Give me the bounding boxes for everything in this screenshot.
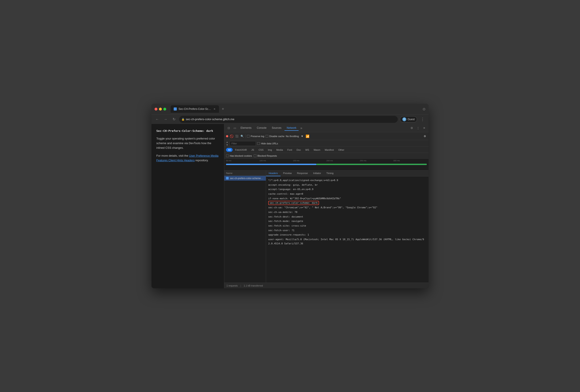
new-tab-button[interactable]: +: [220, 106, 226, 112]
devtools-close-icon[interactable]: ✕: [422, 125, 427, 131]
forward-button[interactable]: →: [162, 116, 169, 122]
page-para-1: Toggle your operating system's preferred…: [156, 136, 219, 150]
tab-sources[interactable]: Sources: [270, 125, 284, 131]
header-line-4: if-none-match: W/"392-B+pCtpzl+pyWUSHMRn…: [268, 196, 426, 201]
type-font-button[interactable]: Font: [285, 148, 294, 152]
headers-content: */*;q=0.8,application/signed-exchange;v=…: [266, 177, 429, 248]
upload-icon: ▲: [226, 141, 228, 143]
timeline-ruler: 50 ms 100 ms 150 ms 200 ms 250 ms 300 ms: [224, 159, 429, 162]
blocked-requests-checkbox[interactable]: [254, 154, 256, 157]
clear-button[interactable]: 🚫: [230, 134, 234, 138]
detail-tab-response[interactable]: Response: [294, 171, 311, 176]
device-mode-icon[interactable]: ▭: [232, 125, 237, 131]
minimize-button[interactable]: [159, 108, 162, 110]
profile-label: Guest: [408, 118, 415, 121]
timeline-bar-area: [226, 162, 427, 167]
disable-cache-label[interactable]: Disable cache: [266, 135, 285, 138]
preserve-log-checkbox[interactable]: [247, 135, 250, 138]
disable-cache-text: Disable cache: [269, 135, 285, 138]
hide-data-urls-text: Hide data URLs: [261, 142, 278, 145]
download-icon: ▼: [226, 144, 228, 146]
header-line-0: */*;q=0.8,application/signed-exchange;v=…: [268, 178, 426, 183]
timeline-bar-blue: [226, 164, 316, 165]
network-split: Name sec-ch-prefers-color-scheme… Header…: [224, 171, 429, 283]
type-media-button[interactable]: Media: [274, 148, 285, 152]
request-name: sec-ch-prefers-color-scheme…: [230, 177, 264, 180]
profile-button[interactable]: G Guest: [400, 116, 417, 122]
back-button[interactable]: ←: [154, 116, 160, 122]
devtools-more-icon[interactable]: ⋮: [415, 125, 421, 131]
detail-tab-headers[interactable]: Headers: [266, 171, 281, 176]
header-line-7: sec-ch-ua-mobile: ?0: [268, 210, 426, 215]
devtools-panel: ⊡ ▭ Elements Console Sources Network » ⚙…: [224, 124, 429, 288]
browser-tab[interactable]: Sec-CH-Prefers-Color-Schem… ✕: [171, 105, 219, 113]
wifi-icon[interactable]: 📶: [305, 134, 309, 138]
type-css-button[interactable]: CSS: [257, 148, 266, 152]
request-item[interactable]: sec-ch-prefers-color-scheme…: [224, 176, 266, 181]
blocked-requests-label[interactable]: Blocked Requests: [254, 154, 277, 157]
request-type-bar: All Fetch/XHR JS CSS Img Media Font Doc …: [224, 147, 429, 153]
search-icon[interactable]: 🔍: [240, 134, 244, 138]
record-button[interactable]: [226, 135, 228, 137]
reload-button[interactable]: ↻: [171, 116, 177, 122]
preserve-log-text: Preserve log: [251, 135, 264, 138]
highlighted-header: sec-ch-prefers-color-scheme: dark: [268, 201, 319, 205]
close-button[interactable]: [154, 108, 157, 110]
maximize-button[interactable]: [163, 108, 166, 110]
status-bar: 1 requests | 1.1 kB transferred: [224, 283, 429, 288]
address-input-container: 🔒: [179, 116, 398, 123]
type-manifest-button[interactable]: Manifest: [323, 148, 336, 152]
type-wasm-button[interactable]: Wasm: [311, 148, 322, 152]
has-blocked-cookies-text: Has blocked cookies: [230, 154, 252, 157]
type-js-button[interactable]: JS: [249, 148, 256, 152]
more-options-button[interactable]: ⋮: [419, 116, 426, 123]
status-transferred: 1.1 kB transferred: [244, 284, 263, 287]
traffic-lights: [154, 108, 166, 110]
detail-tab-timing[interactable]: Timing: [324, 171, 336, 176]
page-para-2-prefix: For more details, visit the: [156, 154, 189, 157]
address-input[interactable]: [179, 116, 398, 123]
cast-icon[interactable]: ⊙: [423, 107, 426, 111]
tab-console[interactable]: Console: [255, 125, 269, 131]
header-line-1: accept-encoding: gzip, deflate, br: [268, 183, 426, 188]
disable-cache-checkbox[interactable]: [266, 135, 268, 138]
type-doc-button[interactable]: Doc: [295, 148, 303, 152]
tick-250ms: 250 ms: [360, 160, 393, 162]
throttle-arrow-icon[interactable]: ▼: [300, 134, 304, 138]
element-picker-icon[interactable]: ⊡: [226, 125, 231, 131]
profile-avatar: G: [402, 117, 406, 121]
preserve-log-label[interactable]: Preserve log: [247, 135, 264, 138]
header-line-13: user-agent: Mozilla/5.0 (Macintosh; Inte…: [268, 237, 426, 246]
has-blocked-cookies-label[interactable]: Has blocked cookies: [226, 154, 252, 157]
detail-tab-initiator[interactable]: Initiator: [310, 171, 324, 176]
tick-300ms: 300 ms: [393, 160, 427, 162]
request-favicon-icon: [226, 177, 229, 180]
filter-input[interactable]: [230, 141, 256, 146]
header-line-8: sec-fetch-dest: document: [268, 215, 426, 219]
header-line-3: cache-control: max-age=0: [268, 192, 426, 196]
hide-data-urls-checkbox[interactable]: [257, 142, 260, 145]
more-tabs-button[interactable]: »: [299, 126, 303, 130]
devtools-settings-icon[interactable]: ⚙: [409, 125, 415, 131]
name-column-header: Name: [226, 172, 232, 175]
tab-network[interactable]: Network: [285, 125, 298, 131]
lock-icon: 🔒: [181, 118, 185, 121]
header-line-6: sec-ch-ua: "Chromium";v="92", " Not A;Br…: [268, 205, 426, 210]
network-settings-icon[interactable]: ⚙: [423, 134, 427, 138]
throttle-select[interactable]: No throttling: [286, 135, 299, 138]
tab-elements[interactable]: Elements: [238, 125, 254, 131]
browser-window: Sec-CH-Prefers-Color-Schem… ✕ + ⊙ ← → ↻ …: [151, 104, 429, 288]
request-list-header: Name: [224, 171, 266, 176]
type-ws-button[interactable]: WS: [303, 148, 311, 152]
hide-data-urls-label[interactable]: Hide data URLs: [257, 142, 278, 145]
type-other-button[interactable]: Other: [336, 148, 346, 152]
type-fetch-xhr-button[interactable]: Fetch/XHR: [233, 148, 249, 152]
filter-icon[interactable]: ⬛: [235, 134, 239, 138]
detail-tab-preview[interactable]: Preview: [281, 171, 294, 176]
network-toolbar: 🚫 ⬛ 🔍 Preserve log Disable cache No thro…: [224, 132, 429, 140]
type-all-button[interactable]: All: [226, 148, 233, 152]
tab-close-button[interactable]: ✕: [213, 107, 216, 110]
header-line-2: accept-language: en-US,en;q=0.9: [268, 187, 426, 192]
type-img-button[interactable]: Img: [266, 148, 274, 152]
has-blocked-cookies-checkbox[interactable]: [226, 154, 229, 157]
